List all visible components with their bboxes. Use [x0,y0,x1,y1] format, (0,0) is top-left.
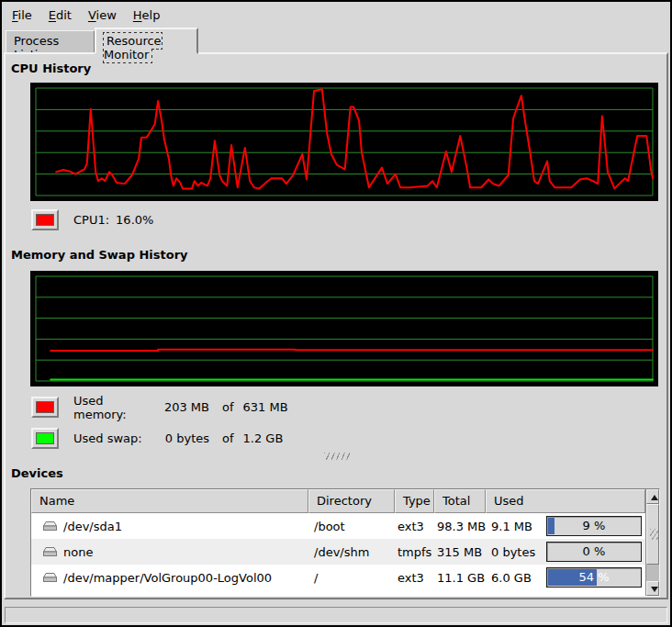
usage-progress-bar: 9 % [546,516,642,536]
table-row-volgroup[interactable]: /dev/mapper/VolGroup00-LogVol00 / ext3 1… [31,565,645,590]
devices-title: Devices [11,466,63,480]
cpu-history-plot [36,88,653,196]
device-directory: /dev/shm [308,545,395,559]
device-type: ext3 [395,520,434,533]
column-header-used[interactable]: Used [486,489,645,513]
swap-color-button[interactable] [31,428,59,449]
memory-of-text: of [222,400,234,414]
disk-icon [42,571,58,584]
disk-icon [42,545,58,558]
swap-color-swatch [36,432,54,444]
devices-table-header: Name Directory Type Total Used [31,489,645,513]
tab-resource-monitor[interactable]: Resource Monitor [95,28,198,54]
vertical-scrollbar[interactable] [645,489,659,596]
resource-monitor-page: CPU History CPU1: 16.0% Memory and Swap … [4,52,668,599]
column-header-total[interactable]: Total [434,489,486,513]
device-name: /dev/sda1 [63,520,122,533]
scrollbar-trough[interactable] [646,565,659,581]
cpu-legend-label: CPU1: [73,213,109,227]
swap-legend: Used swap: 0 bytes of 1.2 GB [31,428,283,449]
cpu-legend: CPU1: 16.0% [31,209,153,230]
usage-progress-bar: 0 % [546,542,642,562]
progress-label: 9 % [547,517,641,535]
memory-history-title: Memory and Swap History [11,248,188,262]
device-directory: /boot [308,520,395,533]
menubar: File Edit View Help [2,2,670,28]
progress-label: 54 % [547,568,641,587]
column-header-name[interactable]: Name [31,489,308,513]
memory-total-value: 631 MB [243,400,288,414]
memory-used-value: 203 MB [158,400,209,414]
system-monitor-window: File Edit View Help Process Listing Reso… [0,0,672,627]
device-total: 315 MB [434,545,486,559]
cpu-color-button[interactable] [31,209,59,230]
device-total: 11.1 GB [434,571,486,585]
usage-progress-bar: 54 % [546,567,642,588]
cpu-color-swatch [36,214,54,226]
swap-used-value: 0 bytes [158,431,209,445]
table-row-none[interactable]: none /dev/shm tmpfs 315 MB 0 bytes 0 % [31,539,645,565]
device-total: 98.3 MB [434,520,486,533]
devices-table: Name Directory Type Total Used /dev/sd [30,488,660,597]
memory-legend-label: Used memory: [73,394,158,421]
device-type: tmpfs [395,545,434,559]
swap-legend-label: Used swap: [73,431,158,445]
progress-label: 0 % [547,543,641,561]
device-used: 0 bytes [491,545,544,559]
tab-bar: Process Listing Resource Monitor [2,28,670,52]
memory-history-graph [30,271,658,386]
memory-legend: Used memory: 203 MB of 631 MB [31,397,288,418]
scrollbar-thumb[interactable] [646,504,659,565]
table-row-dev-sda1[interactable]: /dev/sda1 /boot ext3 98.3 MB 9.1 MB 9 % [31,513,645,539]
swap-of-text: of [222,431,234,445]
device-name: none [63,545,93,559]
device-used: 6.0 GB [491,571,544,585]
device-used: 9.1 MB [491,520,544,533]
memory-history-plot [36,276,653,381]
cpu-history-graph [30,83,658,201]
menu-file[interactable]: File [4,4,40,27]
device-name: /dev/mapper/VolGroup00-LogVol00 [63,571,272,585]
scroll-down-icon[interactable] [646,581,659,596]
status-bar [5,607,667,623]
cpu-legend-value: 16.0% [116,213,153,227]
menu-help[interactable]: Help [125,4,169,27]
device-directory: / [308,571,395,585]
device-type: ext3 [395,571,434,585]
menu-view[interactable]: View [80,4,125,27]
menu-edit[interactable]: Edit [40,4,80,27]
scroll-up-icon[interactable] [646,489,659,504]
column-header-type[interactable]: Type [395,489,434,513]
memory-color-swatch [36,401,54,413]
swap-total-value: 1.2 GB [243,431,284,445]
pane-resize-grip[interactable] [324,453,352,460]
memory-color-button[interactable] [31,397,59,418]
disk-icon [42,520,58,532]
column-header-directory[interactable]: Directory [308,489,395,513]
cpu-history-title: CPU History [11,62,91,75]
tab-process-listing[interactable]: Process Listing [6,30,95,52]
